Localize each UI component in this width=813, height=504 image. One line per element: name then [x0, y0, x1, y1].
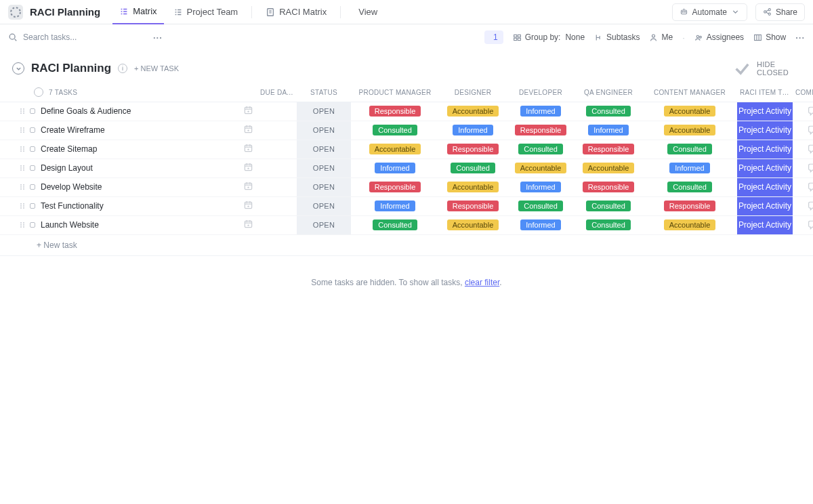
groupby-button[interactable]: Group by: None [513, 33, 585, 42]
raci-cell[interactable]: Informed [351, 197, 439, 215]
drag-handle[interactable] [0, 184, 30, 190]
raci-type-cell[interactable]: Project Activity [737, 121, 793, 140]
raci-type-cell[interactable]: Project Activity [737, 159, 793, 177]
calendar-icon[interactable] [243, 181, 253, 193]
drag-handle[interactable] [0, 108, 30, 114]
new-task-link[interactable]: + NEW TASK [134, 64, 179, 72]
subtasks-button[interactable]: Subtasks [594, 33, 640, 42]
status-dot[interactable] [30, 165, 35, 171]
raci-cell[interactable]: Consulted [642, 140, 737, 159]
comment-button[interactable] [793, 144, 813, 154]
clear-filter-link[interactable]: clear filter [465, 278, 499, 287]
raci-cell[interactable]: Consulted [351, 121, 439, 140]
status-cell[interactable]: OPEN [297, 216, 351, 234]
status-dot[interactable] [30, 184, 35, 190]
raci-cell[interactable]: Informed [507, 178, 575, 196]
status-cell[interactable]: OPEN [297, 178, 351, 196]
task-name-cell[interactable]: Launch Website [30, 219, 257, 231]
drag-handle[interactable] [0, 127, 30, 133]
status-cell[interactable]: OPEN [297, 121, 351, 140]
raci-cell[interactable]: Consulted [575, 102, 642, 121]
raci-cell[interactable]: Accountable [642, 102, 737, 121]
workspace-title[interactable]: RACI Planning [30, 6, 100, 18]
comment-button[interactable] [793, 106, 813, 117]
raci-cell[interactable]: Accountable [642, 121, 737, 140]
status-dot[interactable] [30, 203, 35, 209]
raci-type-cell[interactable]: Project Activity [737, 140, 793, 159]
tab-matrix[interactable]: Matrix [112, 0, 163, 24]
raci-cell[interactable]: Responsible [575, 178, 642, 196]
raci-cell[interactable]: Responsible [351, 102, 439, 121]
comment-button[interactable] [793, 125, 813, 135]
assignees-button[interactable]: Assignees [694, 33, 744, 42]
col-comments[interactable]: COMMENTS [793, 89, 813, 96]
raci-cell[interactable]: Consulted [507, 140, 575, 159]
table-row[interactable]: Launch WebsiteOPENConsultedAccountableIn… [0, 216, 813, 235]
calendar-icon[interactable] [243, 200, 253, 212]
drag-handle[interactable] [0, 203, 30, 209]
raci-cell[interactable]: Responsible [351, 178, 439, 196]
comment-button[interactable] [793, 182, 813, 192]
search-input[interactable]: Search tasks... [8, 33, 144, 42]
more-menu[interactable]: ··· [153, 33, 163, 43]
task-name-cell[interactable]: Create Sitemap [30, 143, 257, 155]
raci-cell[interactable]: Accountable [439, 178, 507, 196]
col-status[interactable]: STATUS [297, 89, 351, 96]
col-developer[interactable]: DEVELOPER [507, 89, 575, 96]
task-name-cell[interactable]: Test Functionality [30, 200, 257, 212]
comment-button[interactable] [793, 163, 813, 173]
drag-handle[interactable] [0, 146, 30, 152]
table-row[interactable]: Design LayoutOPENInformedConsultedAccoun… [0, 159, 813, 178]
hide-closed-button[interactable]: HIDE CLOSED [732, 58, 789, 79]
toolbar-more[interactable]: ··· [795, 33, 805, 43]
raci-cell[interactable]: Informed [351, 159, 439, 177]
raci-cell[interactable]: Consulted [642, 178, 737, 196]
raci-cell[interactable]: Accountable [507, 159, 575, 177]
raci-cell[interactable]: Consulted [351, 216, 439, 234]
me-button[interactable]: Me [649, 33, 673, 42]
task-name-cell[interactable]: Design Layout [30, 162, 257, 174]
calendar-icon[interactable] [243, 105, 253, 117]
status-dot[interactable] [30, 146, 35, 152]
raci-cell[interactable]: Informed [439, 121, 507, 140]
col-raci[interactable]: RACI ITEM TYPE [737, 89, 793, 96]
show-button[interactable]: Show [753, 33, 786, 42]
task-name-cell[interactable]: Define Goals & Audience [30, 105, 257, 117]
table-row[interactable]: Test FunctionalityOPENInformedResponsibl… [0, 197, 813, 216]
calendar-icon[interactable] [243, 219, 253, 231]
status-dot[interactable] [30, 127, 35, 133]
raci-type-cell[interactable]: Project Activity [737, 178, 793, 196]
comment-button[interactable] [793, 201, 813, 211]
col-due[interactable]: DUE DATE [257, 89, 297, 96]
status-cell[interactable]: OPEN [297, 159, 351, 177]
status-cell[interactable]: OPEN [297, 140, 351, 159]
raci-cell[interactable]: Informed [642, 159, 737, 177]
select-all[interactable] [34, 87, 43, 97]
drag-handle[interactable] [0, 222, 30, 228]
status-cell[interactable]: OPEN [297, 197, 351, 215]
raci-cell[interactable]: Responsible [507, 121, 575, 140]
raci-cell[interactable]: Accountable [439, 102, 507, 121]
filter-pill[interactable]: 1 [484, 30, 503, 44]
table-row[interactable]: Create WireframeOPENConsultedInformedRes… [0, 121, 813, 140]
info-icon[interactable]: i [118, 64, 127, 73]
raci-type-cell[interactable]: Project Activity [737, 216, 793, 234]
automate-button[interactable]: Automate [672, 3, 747, 21]
table-row[interactable]: Define Goals & AudienceOPENResponsibleAc… [0, 102, 813, 121]
calendar-icon[interactable] [243, 162, 253, 174]
raci-type-cell[interactable]: Project Activity [737, 197, 793, 215]
table-row[interactable]: Develop WebsiteOPENResponsibleAccountabl… [0, 178, 813, 197]
task-name-cell[interactable]: Create Wireframe [30, 124, 257, 136]
col-designer[interactable]: DESIGNER [439, 89, 507, 96]
calendar-icon[interactable] [243, 124, 253, 136]
raci-cell[interactable]: Informed [507, 216, 575, 234]
drag-handle[interactable] [0, 165, 30, 171]
status-dot[interactable] [30, 108, 35, 114]
raci-cell[interactable]: Responsible [439, 140, 507, 159]
raci-cell[interactable]: Accountable [439, 216, 507, 234]
raci-cell[interactable]: Informed [507, 102, 575, 121]
status-cell[interactable]: OPEN [297, 102, 351, 121]
comment-button[interactable] [793, 219, 813, 230]
col-qa[interactable]: QA ENGINEER [575, 89, 642, 96]
raci-cell[interactable]: Consulted [575, 197, 642, 215]
